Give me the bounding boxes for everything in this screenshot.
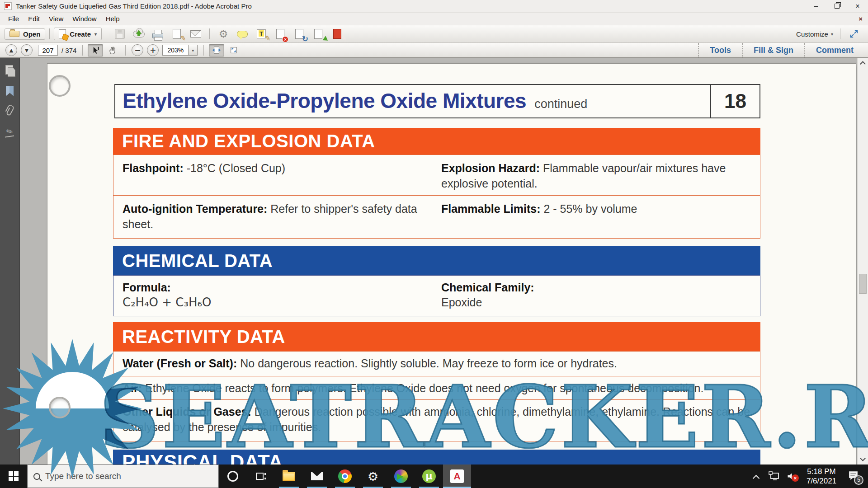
zoom-in-button[interactable]: + <box>147 44 159 56</box>
acrobat-button[interactable]: A <box>443 465 471 488</box>
form-edit-button[interactable]: ✎ <box>330 27 344 41</box>
chrome-icon <box>338 469 352 483</box>
chevron-down-icon: ▾ <box>831 32 833 37</box>
action-center-button[interactable]: 5 <box>848 470 859 483</box>
signatures-button[interactable]: ✎ <box>4 125 16 138</box>
highlight-t-icon: T <box>259 30 264 37</box>
signature-line <box>5 136 14 138</box>
comment-button[interactable] <box>235 27 250 41</box>
export-arrow-icon <box>323 36 330 43</box>
select-cursor-icon <box>91 46 100 55</box>
settings-button-taskbar[interactable]: ⚙ <box>359 465 387 488</box>
pen-icon: ✎ <box>179 34 187 43</box>
sign-document-button[interactable]: ✎ <box>170 27 184 41</box>
cell-label: Auto-ignition Temperature: <box>123 202 267 215</box>
right-panel-tabs: Tools Fill & Sign Comment <box>698 43 864 57</box>
separator <box>106 28 106 39</box>
volume-status[interactable]: × <box>787 472 796 480</box>
vertical-scrollbar[interactable] <box>857 58 868 465</box>
window-controls: – × <box>806 0 868 12</box>
replace-pages-button[interactable]: ↻ <box>292 27 307 41</box>
formula-label: Formula: <box>123 280 423 295</box>
clock-time: 5:18 PM <box>803 467 840 476</box>
open-button[interactable]: Open <box>5 28 45 40</box>
customize-button[interactable]: Customize ▾ <box>793 30 836 38</box>
minimize-button[interactable]: – <box>806 0 826 12</box>
scrollbar-thumb[interactable] <box>859 274 867 294</box>
scrolling-mode-button[interactable] <box>209 44 224 56</box>
physical-data-heading: PHYSICAL DATA <box>113 450 760 465</box>
gear-icon: ⚙ <box>368 470 378 483</box>
file-explorer-button[interactable] <box>275 465 303 488</box>
highlight-button[interactable]: T✎ <box>254 27 269 41</box>
page-thumbnails-button[interactable] <box>4 64 16 77</box>
chemical-family-cell: Chemical Family: Epoxide <box>432 276 760 316</box>
start-button[interactable] <box>0 465 27 488</box>
cortana-button[interactable] <box>219 465 247 488</box>
share-cloud-button[interactable] <box>132 27 146 41</box>
scroll-up-icon[interactable] <box>860 61 866 67</box>
page-number-input[interactable] <box>38 45 58 56</box>
row-text: No dangerous reaction. Slightly soluble.… <box>237 357 617 370</box>
explosion-hazard-cell: Explosion Hazard: Flammable vapour/air m… <box>432 155 760 196</box>
scroll-down-icon[interactable] <box>860 455 866 461</box>
zoom-out-button[interactable]: − <box>132 44 143 56</box>
separator <box>209 28 210 39</box>
search-input[interactable] <box>45 471 199 481</box>
cell-text: 2 - 55% by volume <box>541 202 637 215</box>
page-header: Ethylene Oxide-Propylene Oxide Mixtures … <box>114 84 760 118</box>
row-label: Other Liquids or Gases: <box>123 405 251 418</box>
attachments-button[interactable] <box>4 105 16 117</box>
mail-button[interactable] <box>303 465 331 488</box>
clock-date: 7/6/2021 <box>803 476 840 486</box>
tray-overflow-icon[interactable] <box>753 474 760 482</box>
navigation-pane: ✎ <box>0 58 20 465</box>
download-manager-button[interactable] <box>387 465 415 488</box>
hand-tool-button[interactable] <box>105 44 120 56</box>
email-button[interactable] <box>189 27 203 41</box>
fullscreen-button[interactable] <box>847 27 861 41</box>
tab-comment[interactable]: Comment <box>804 43 864 57</box>
menu-file[interactable]: File <box>4 13 24 24</box>
row-label: Water (Fresh or Salt): <box>123 357 237 370</box>
settings-button[interactable]: ⚙ <box>216 27 231 41</box>
flammable-limits-cell: Flammable Limits: 2 - 55% by volume <box>432 196 760 238</box>
bookmarks-button[interactable] <box>4 84 16 97</box>
reactivity-data-heading: REACTIVITY DATA <box>113 322 760 351</box>
create-button[interactable]: Create ▾ <box>54 28 102 40</box>
acrobat-window: Tanker Safety Guide Liquefied Gas Third … <box>0 0 868 488</box>
tab-tools[interactable]: Tools <box>698 43 742 57</box>
taskbar-clock[interactable]: 5:18 PM 7/6/2021 <box>803 467 840 486</box>
highlighter-icon: T <box>257 29 266 38</box>
chemical-name-title: Ethylene Oxide-Propylene Oxide Mixtures <box>123 85 526 117</box>
close-document-icon[interactable]: × <box>859 15 863 23</box>
flashpoint-cell: Flashpoint: -18°C (Closed Cup) <box>113 155 432 196</box>
title-bar: Tanker Safety Guide Liquefied Gas Third … <box>0 0 868 13</box>
restore-button[interactable] <box>826 0 847 12</box>
menu-help[interactable]: Help <box>101 13 124 24</box>
zoom-dropdown-button[interactable]: ▾ <box>189 45 198 56</box>
utorrent-button[interactable]: µ <box>415 465 443 488</box>
expand-arrows-icon <box>849 29 859 38</box>
previous-page-button[interactable]: ▲ <box>5 44 17 56</box>
zoom-level-value[interactable]: 203% <box>162 45 189 56</box>
pen-icon: ✎ <box>340 34 347 43</box>
menu-edit[interactable]: Edit <box>24 13 44 24</box>
taskbar-search[interactable] <box>27 465 219 488</box>
network-status[interactable] <box>769 471 780 481</box>
export-button[interactable] <box>311 27 326 41</box>
select-tool-button[interactable] <box>88 44 103 56</box>
chrome-button[interactable] <box>331 465 359 488</box>
system-tray: × 5:18 PM 7/6/2021 5 <box>751 465 868 488</box>
close-button[interactable]: × <box>847 0 868 12</box>
print-button[interactable] <box>151 27 165 41</box>
next-page-button[interactable]: ▼ <box>21 44 33 56</box>
save-button[interactable] <box>113 27 127 41</box>
menu-view[interactable]: View <box>44 13 68 24</box>
fire-data-table: Flashpoint: -18°C (Closed Cup) Explosion… <box>113 155 760 239</box>
fit-page-button[interactable] <box>226 44 241 56</box>
menu-window[interactable]: Window <box>68 13 101 24</box>
delete-pages-button[interactable]: × <box>273 27 288 41</box>
task-view-button[interactable] <box>247 465 275 488</box>
tab-fill-sign[interactable]: Fill & Sign <box>742 43 804 57</box>
